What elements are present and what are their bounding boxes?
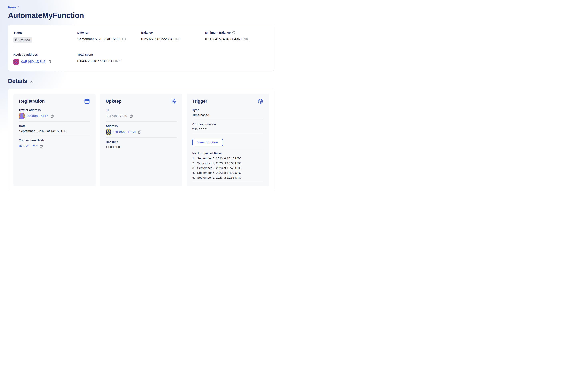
document-gear-icon (171, 98, 177, 104)
divider (192, 134, 263, 134)
minimum-balance-label: Minimum Balance (205, 31, 231, 34)
balance-value: 0.259276981222604 (141, 37, 172, 41)
list-item-number: 4. (192, 171, 197, 175)
divider (192, 120, 263, 120)
owner-address-copy-button[interactable] (50, 114, 54, 118)
list-item-text: September 6, 2023 at 11:00 UTC (197, 171, 241, 175)
next-projected-times-label: Next projected times (192, 152, 263, 155)
owner-identicon (19, 113, 25, 119)
upkeep-address-copy-button[interactable] (138, 130, 141, 134)
list-item-number: 1. (192, 157, 197, 160)
registry-address-field: Registry address (13, 53, 77, 65)
balance-unit: LINK (173, 37, 181, 41)
status-value: Paused (20, 38, 30, 42)
minimum-balance-value: 0.11364157484866436 (205, 37, 240, 41)
upkeep-id-value: 354748...7389 (106, 114, 127, 118)
registration-panel: Registration Owner address (13, 94, 96, 186)
copy-icon (138, 130, 141, 134)
page-title: AutomateMyFunction (8, 11, 282, 19)
owner-address-label: Owner address (19, 108, 90, 112)
transaction-hash-copy-button[interactable] (40, 144, 43, 148)
transaction-hash-link[interactable]: 0x03c1...ff6f (19, 144, 37, 148)
list-item-number: 5. (192, 176, 197, 179)
list-item: 1.September 6, 2023 at 10:15 UTC (192, 157, 263, 160)
registration-date-value: September 5, 2023 at 14:15 UTC (19, 129, 90, 133)
trigger-panel: Trigger Type Time-based Cron expression … (187, 94, 269, 186)
calendar-icon (84, 98, 90, 104)
registry-copy-button[interactable] (48, 60, 51, 64)
list-item: 5.September 6, 2023 at 11:15 UTC (192, 176, 263, 179)
divider (19, 136, 90, 136)
list-item-number: 2. (192, 161, 197, 165)
chevron-up-icon (30, 81, 33, 83)
balance-field: Balance 0.259276981222604 LINK (141, 31, 205, 43)
date-ran-field: Date ran September 5, 2023 at 15:00 UTC (77, 31, 141, 43)
registry-identicon (13, 59, 19, 65)
list-item-text: September 6, 2023 at 10:30 UTC (197, 161, 241, 165)
next-projected-times: Next projected times 1.September 6, 2023… (192, 152, 263, 179)
date-ran-unit: UTC (121, 37, 127, 41)
summary-row-1: Status Paused Date ran September 5, 2023… (13, 31, 269, 43)
details-heading: Details (8, 78, 27, 84)
balance-label: Balance (141, 31, 205, 34)
page: Home/ AutomateMyFunction Status Paused D… (0, 0, 282, 190)
list-item: 3.September 6, 2023 at 10:45 UTC (192, 166, 263, 170)
upkeep-title: Upkeep (106, 98, 121, 104)
breadcrumb-home-link[interactable]: Home (8, 6, 16, 9)
total-spent-label: Total spent (77, 53, 141, 56)
list-item-number: 3. (192, 166, 197, 170)
gas-limit-label: Gas limit (106, 140, 177, 144)
divider (192, 149, 263, 149)
registry-address-link[interactable]: 0xE16D...D8b2 (21, 60, 45, 64)
list-item: 4.September 6, 2023 at 11:00 UTC (192, 171, 263, 175)
total-spent-field: Total spent 0.04072301877739601 LINK (77, 53, 141, 65)
trigger-title: Trigger (192, 98, 207, 104)
summary-card: Status Paused Date ran September 5, 2023… (8, 25, 274, 71)
registration-date-label: Date (19, 124, 90, 128)
breadcrumb: Home/ (8, 0, 282, 9)
list-item-text: September 6, 2023 at 10:45 UTC (197, 166, 241, 170)
total-spent-value: 0.04072301877739601 (77, 59, 112, 63)
upkeep-address-identicon (106, 129, 111, 135)
upkeep-panel: Upkeep ID 354748...7389 (100, 94, 182, 186)
info-icon[interactable] (232, 31, 235, 34)
copy-icon (48, 60, 51, 64)
summary-row-2: Registry address (13, 53, 269, 65)
minimum-balance-unit: LINK (241, 37, 248, 41)
copy-icon (129, 114, 133, 118)
total-spent-unit: LINK (113, 59, 121, 63)
cron-expression-value: */15 * * * * (192, 127, 263, 131)
list-item: 2.September 6, 2023 at 10:30 UTC (192, 161, 263, 165)
trigger-type-value: Time-based (192, 113, 263, 117)
view-function-button[interactable]: View function (192, 139, 223, 146)
upkeep-id-label: ID (106, 108, 177, 112)
date-ran-value: September 5, 2023 at 15:00 (77, 37, 120, 41)
upkeep-address-label: Address (106, 124, 177, 128)
breadcrumb-separator: / (18, 6, 19, 9)
transaction-hash-label: Transaction Hash (19, 139, 90, 142)
details-collapse-toggle[interactable] (30, 80, 33, 83)
gas-limit-value: 1,000,000 (106, 145, 177, 149)
list-item-text: September 6, 2023 at 10:15 UTC (197, 157, 241, 160)
owner-address-link[interactable]: 0x9d08...b717 (27, 114, 48, 118)
status-badge: Paused (13, 37, 32, 43)
status-label: Status (13, 31, 77, 34)
details-header: Details (8, 78, 282, 84)
copy-icon (40, 144, 43, 148)
upkeep-id-copy-button[interactable] (129, 114, 133, 118)
date-ran-label: Date ran (77, 31, 141, 34)
cron-expression-label: Cron expression (192, 123, 263, 126)
registration-title: Registration (19, 98, 45, 104)
copy-icon (50, 114, 54, 118)
divider (192, 182, 263, 182)
registry-address-label: Registry address (13, 53, 77, 56)
paused-octagon-x-icon (15, 38, 18, 42)
details-card: Registration Owner address (8, 89, 274, 190)
status-field: Status Paused (13, 31, 77, 43)
minimum-balance-field: Minimum Balance 0.11364157484866436 LINK (205, 31, 269, 43)
summary-divider (13, 48, 269, 48)
next-projected-times-list: 1.September 6, 2023 at 10:15 UTC 2.Septe… (192, 157, 263, 179)
cube-icon (257, 98, 263, 104)
trigger-type-label: Type (192, 108, 263, 112)
upkeep-address-link[interactable]: 0xE854...18Cd (113, 130, 136, 134)
